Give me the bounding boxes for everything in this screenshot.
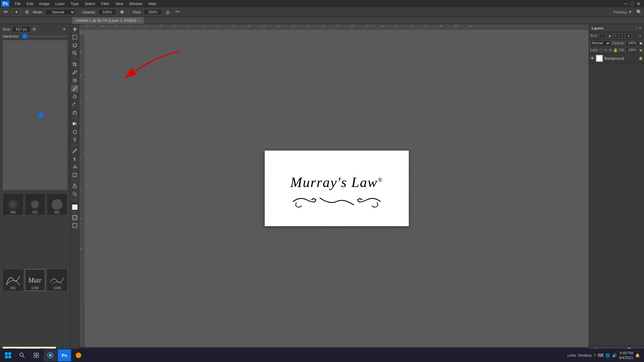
- lock-label: Lock:: [590, 48, 598, 52]
- brush-item-1[interactable]: 946: [3, 193, 23, 215]
- cortana-taskbar[interactable]: [44, 349, 57, 361]
- history-brush[interactable]: [71, 101, 78, 108]
- svg-text:-2: -2: [159, 24, 162, 27]
- opacity-always-on[interactable]: ✤: [118, 9, 126, 15]
- menu-select[interactable]: Select: [82, 1, 98, 6]
- lock-pixel[interactable]: ✏: [604, 48, 607, 52]
- lock-position[interactable]: ✛: [609, 48, 612, 52]
- layers-collapse[interactable]: ─: [635, 26, 638, 30]
- network-icon[interactable]: 🌐: [605, 353, 610, 358]
- speaker-icon[interactable]: 🔊: [612, 353, 617, 358]
- menu-view[interactable]: View: [113, 1, 126, 6]
- window-maximize[interactable]: □: [630, 1, 634, 7]
- menu-help[interactable]: Help: [146, 1, 159, 6]
- marquee-tool[interactable]: [71, 34, 78, 41]
- size-input[interactable]: [12, 26, 31, 32]
- pen-tool[interactable]: [71, 147, 78, 155]
- notification-icon[interactable]: 🔔: [635, 353, 640, 358]
- photoshop-taskbar[interactable]: Ps: [58, 349, 71, 361]
- firefox-taskbar[interactable]: [72, 349, 85, 361]
- move-tool[interactable]: [71, 25, 78, 33]
- menu-edit[interactable]: Edit: [24, 1, 36, 6]
- quick-select-tool[interactable]: [71, 50, 78, 57]
- window-close[interactable]: ✕: [636, 1, 641, 7]
- menu-filter[interactable]: Filter: [98, 1, 112, 6]
- filter-type[interactable]: T: [613, 34, 619, 38]
- airbrush-btn[interactable]: ◎: [164, 9, 171, 15]
- brush-tool[interactable]: [71, 85, 78, 92]
- color-swatches[interactable]: [71, 203, 78, 210]
- taskview-button[interactable]: [30, 349, 43, 361]
- zoom-tool[interactable]: [71, 190, 78, 198]
- brush-settings-icon[interactable]: ⚙: [23, 9, 31, 15]
- opacity-input[interactable]: [626, 40, 639, 46]
- filter-smart[interactable]: ✦: [626, 34, 632, 38]
- flow-input[interactable]: [144, 9, 162, 15]
- gradient-tool[interactable]: [71, 120, 78, 127]
- background-color[interactable]: [72, 204, 78, 210]
- taskbar-time[interactable]: 4:49 PM 9/4/2021: [619, 351, 633, 360]
- size-slider[interactable]: [3, 40, 67, 190]
- search-icon[interactable]: 🔍: [636, 9, 642, 15]
- stamp-tool[interactable]: [71, 93, 78, 100]
- mode-select[interactable]: Normal: [45, 9, 75, 15]
- layer-item-background[interactable]: 👁 Background 🔒: [589, 54, 644, 63]
- text-tool[interactable]: T: [71, 155, 78, 163]
- svg-rect-112: [34, 356, 36, 358]
- brush-item-3[interactable]: 962: [47, 193, 67, 215]
- links-label[interactable]: Links: [568, 353, 576, 357]
- menu-layer[interactable]: Layer: [53, 1, 67, 6]
- lasso-tool[interactable]: [71, 42, 78, 49]
- panel-close[interactable]: ✕: [63, 27, 67, 32]
- document-tab[interactable]: Untitled-1 @ 66.7% (Layer 3, RGB/8) ×: [72, 17, 144, 24]
- layers-mode-select[interactable]: Normal: [590, 40, 611, 46]
- brush-preset-picker[interactable]: ▼: [12, 8, 21, 16]
- quick-mask[interactable]: [71, 214, 78, 221]
- filter-shape[interactable]: ◇: [619, 34, 625, 38]
- menu-type[interactable]: Type: [68, 1, 82, 6]
- workspace-arrow[interactable]: ▼: [628, 10, 632, 14]
- menu-image[interactable]: Image: [37, 1, 52, 6]
- menu-window[interactable]: Window: [126, 1, 145, 6]
- brush-item-4[interactable]: 601: [3, 269, 23, 291]
- filter-adjustment[interactable]: ◑: [606, 34, 612, 38]
- svg-rect-107: [8, 356, 11, 358]
- window-minimize[interactable]: ─: [624, 1, 628, 7]
- tool-sep-1: [71, 59, 78, 59]
- logo-ornament: [286, 193, 387, 212]
- fill-arrow[interactable]: ▶: [640, 48, 643, 52]
- layers-close[interactable]: ✕: [639, 26, 641, 30]
- eyedropper-tool[interactable]: [71, 69, 78, 76]
- smoothing-btn[interactable]: 〜: [173, 9, 181, 15]
- hand-tool[interactable]: [71, 182, 78, 190]
- brush-item-6[interactable]: 1088: [47, 269, 67, 291]
- heal-tool[interactable]: [71, 77, 78, 84]
- fill-input[interactable]: [626, 48, 639, 53]
- brush-tool-icon[interactable]: ✏: [2, 9, 10, 15]
- tab-close-button[interactable]: ×: [139, 19, 141, 22]
- blur-tool[interactable]: [71, 128, 78, 135]
- desktop-label[interactable]: Desktop: [578, 353, 592, 357]
- start-button[interactable]: [1, 349, 15, 361]
- filter-toggle[interactable]: ●: [638, 34, 643, 38]
- shape-tool[interactable]: [71, 171, 78, 179]
- opacity-arrow[interactable]: ▶: [640, 41, 643, 45]
- lock-transparent[interactable]: ⬚: [600, 48, 603, 52]
- layer-visibility-eye[interactable]: 👁: [590, 56, 594, 61]
- screen-mode[interactable]: [71, 222, 78, 229]
- brush-item-5[interactable]: Mutr 1358: [25, 269, 46, 291]
- tray-keyboard[interactable]: ⌨: [598, 353, 603, 358]
- tray-help[interactable]: ?: [594, 353, 596, 357]
- filter-pixel[interactable]: ⬚: [599, 34, 606, 38]
- search-button[interactable]: [15, 349, 29, 361]
- eraser-tool[interactable]: [71, 109, 78, 116]
- hardness-slider[interactable]: [22, 36, 67, 37]
- lock-all[interactable]: 🔒: [613, 48, 618, 52]
- dodge-tool[interactable]: [71, 136, 78, 143]
- size-settings[interactable]: ⚙: [32, 27, 37, 32]
- crop-tool[interactable]: [71, 61, 78, 68]
- menu-file[interactable]: File: [12, 1, 23, 6]
- path-selection[interactable]: [71, 163, 78, 171]
- brush-item-2[interactable]: 351: [25, 193, 46, 215]
- opacity-input[interactable]: [98, 9, 116, 15]
